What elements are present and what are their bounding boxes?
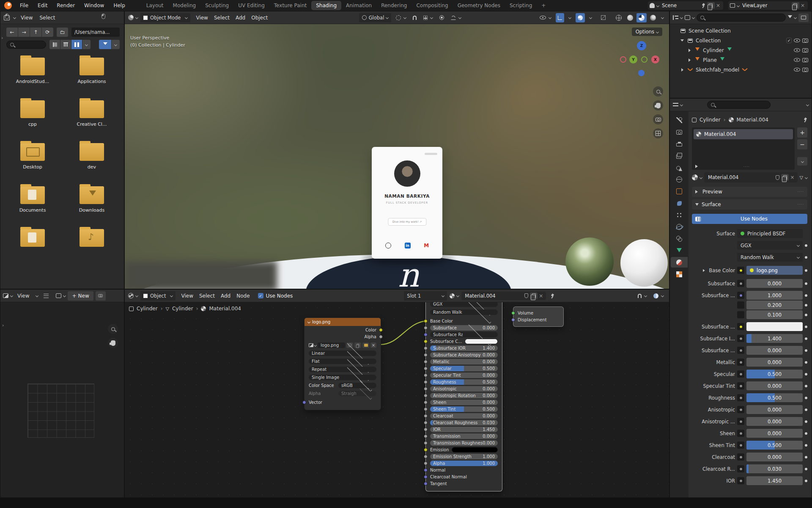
input-socket[interactable] (424, 380, 428, 384)
property-slider[interactable]: 0.500 (746, 370, 803, 378)
filter-toggle-button[interactable] (99, 40, 111, 49)
image-node-dropdown[interactable]: Repeat (309, 367, 376, 372)
refresh-button[interactable]: ⟳ (42, 28, 53, 37)
rendered-shading-button[interactable] (648, 13, 658, 22)
value-slider[interactable]: Transmission0.000 (430, 433, 498, 439)
bsdf-distribution-dropdown[interactable]: GGX (430, 302, 498, 307)
input-socket[interactable] (424, 400, 428, 404)
scene-selector[interactable]: Scene × (648, 1, 723, 10)
bsdf-input-row[interactable]: IOR IOR1.450 IOR IOR (430, 427, 498, 432)
vector-input[interactable]: Vector (309, 400, 376, 405)
chevron-down-icon[interactable] (806, 103, 809, 106)
bsdf-input-row[interactable]: Clearcoat Clearcoat0.000 Clearcoat Clear… (430, 413, 498, 419)
color-swatch[interactable] (746, 322, 803, 331)
decorator-dot[interactable] (805, 468, 807, 470)
property-slider[interactable]: 0.000 (746, 381, 803, 390)
viewport-scene[interactable]: n NAMAN BARKIYA FULL STACK DEVELOPER Div… (125, 24, 669, 289)
solid-shading-button[interactable] (625, 13, 635, 22)
use-nodes-checkbox[interactable]: ✓ Use Nodes (258, 293, 293, 299)
expand-toggle[interactable] (680, 68, 685, 72)
up-directory-button[interactable]: ↑ (30, 28, 41, 37)
file-search-input[interactable] (6, 41, 46, 49)
file-browser-menu-item[interactable]: Select (36, 15, 58, 21)
value-slider[interactable]: Emission Strength1.000 (430, 454, 498, 459)
shader-editor-menu-item[interactable]: View (178, 293, 196, 299)
image-unlink-button[interactable]: × (370, 342, 376, 348)
bsdf-input-row[interactable]: Specular Tint Specular Tint0.000 Specula… (430, 373, 498, 378)
shader-type-dropdown[interactable]: Object (140, 291, 176, 301)
outliner-filter-dropdown[interactable] (788, 15, 796, 20)
resize-grip[interactable]: ···· (743, 165, 750, 169)
outliner-row[interactable]: Cylinder (670, 45, 812, 55)
shading-settings-dropdown[interactable] (659, 13, 666, 22)
pivot-point-dropdown[interactable] (394, 13, 408, 22)
properties-tab[interactable] (671, 150, 688, 161)
property-slider[interactable]: 0.100 (746, 310, 803, 319)
unlink-material-button[interactable]: × (538, 293, 544, 299)
input-socket[interactable] (424, 414, 428, 418)
object-visibility-dropdown[interactable] (538, 13, 553, 22)
decorator-dot[interactable] (805, 420, 807, 423)
topbar-menu-item[interactable]: Render (52, 0, 80, 11)
bsdf-input-row[interactable]: Base Color Base Color Base Color Base Co… (430, 318, 498, 324)
bsdf-input-row[interactable]: Subsurface Anisotropy Subsurface Anisotr… (430, 352, 498, 358)
toggle-xray-button[interactable] (599, 13, 608, 22)
properties-tab[interactable] (671, 221, 688, 232)
render-visibility-toggle[interactable] (802, 39, 808, 43)
properties-tab[interactable] (671, 245, 688, 256)
value-slider[interactable]: Subsurface Anisotropy0.000 (430, 352, 498, 358)
fake-user-button[interactable] (774, 174, 781, 181)
properties-search-input[interactable] (707, 101, 771, 109)
value-slider[interactable]: Specular0.500 (430, 366, 498, 371)
node-overlays-dropdown[interactable] (651, 291, 666, 301)
input-socket-chip[interactable] (737, 382, 744, 389)
properties-tab[interactable] (671, 138, 688, 149)
properties-tab[interactable] (671, 269, 688, 279)
workspace-tab[interactable]: Modeling (168, 0, 201, 11)
input-socket[interactable] (424, 360, 428, 364)
link-object-data-dropdown[interactable]: ▽ (800, 175, 807, 180)
input-socket-chip[interactable] (737, 430, 744, 437)
image-browse-dropdown[interactable] (309, 343, 316, 347)
proportional-falloff-dropdown[interactable] (449, 13, 463, 22)
pin-material-button[interactable] (549, 293, 556, 299)
value-slider[interactable]: Sheen Tint0.500 (430, 406, 498, 412)
property-slider[interactable]: 0.000 (746, 429, 803, 438)
image-node-dropdown[interactable]: Flat (309, 359, 376, 364)
image-node-dropdown[interactable]: Single Image (309, 375, 376, 380)
viewport-menu-item[interactable]: Add (233, 15, 248, 21)
axis-x-ball[interactable]: X (651, 55, 659, 64)
material-output-node[interactable]: Volume Displacement (513, 306, 564, 327)
properties-tab[interactable] (671, 186, 688, 196)
workspace-tab[interactable]: Sculpting (200, 0, 233, 11)
fake-user-button[interactable] (522, 293, 530, 299)
topbar-menu-item[interactable]: Window (80, 0, 109, 11)
property-slider[interactable]: 0.200 (746, 301, 803, 309)
alpha-mode-dropdown[interactable]: Straight (338, 391, 376, 396)
folder-tile[interactable]: cpp (3, 98, 62, 131)
zoom-tool-button[interactable] (653, 86, 663, 97)
topbar-menu-item[interactable]: Edit (33, 0, 52, 11)
bsdf-input-row[interactable]: Emission Emission Emission Emission (430, 447, 498, 453)
mirror-sphere[interactable] (565, 237, 614, 286)
decorator-dot[interactable] (805, 337, 807, 340)
workspace-tab[interactable]: Texture Paint (269, 0, 311, 11)
property-slider[interactable]: 0.000 (746, 346, 803, 355)
item-label[interactable]: Cylinder (703, 47, 724, 53)
display-settings-dropdown[interactable] (82, 40, 91, 49)
workspace-tab[interactable]: Geometry Nodes (453, 0, 505, 11)
wireframe-shading-button[interactable] (614, 13, 624, 22)
subsurface-method-dropdown[interactable]: Random Walk (737, 253, 803, 262)
decorator-dot[interactable] (805, 269, 807, 272)
zoom-tool-button[interactable] (108, 324, 118, 334)
outliner-row[interactable]: Plane (670, 55, 812, 65)
input-socket-chip[interactable] (737, 394, 744, 401)
pan-tool-button[interactable] (108, 338, 118, 348)
preview-panel-header[interactable]: Preview ···· (692, 187, 807, 197)
folder-tile[interactable] (62, 226, 121, 260)
surface-shader-selector[interactable]: Principled BSDF (737, 229, 803, 238)
decorator-dot[interactable] (805, 456, 807, 458)
bsdf-subsurface-method-dropdown[interactable]: Random Walk (430, 309, 498, 315)
pin-scene-button[interactable] (700, 2, 707, 9)
collection-checkbox[interactable]: ✓ (786, 38, 792, 43)
